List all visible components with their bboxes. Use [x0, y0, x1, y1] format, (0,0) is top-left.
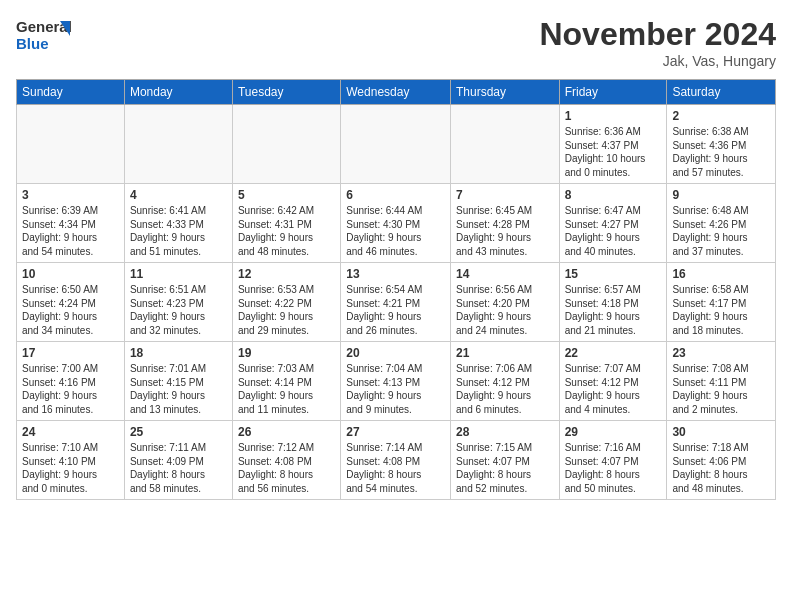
day-info: Sunrise: 6:48 AM Sunset: 4:26 PM Dayligh… [672, 204, 770, 258]
day-info: Sunrise: 7:03 AM Sunset: 4:14 PM Dayligh… [238, 362, 335, 416]
day-number: 20 [346, 346, 445, 360]
calendar-cell [124, 105, 232, 184]
col-header-sunday: Sunday [17, 80, 125, 105]
calendar-cell: 18Sunrise: 7:01 AM Sunset: 4:15 PM Dayli… [124, 342, 232, 421]
calendar-cell: 27Sunrise: 7:14 AM Sunset: 4:08 PM Dayli… [341, 421, 451, 500]
svg-text:General: General [16, 18, 72, 35]
day-info: Sunrise: 7:07 AM Sunset: 4:12 PM Dayligh… [565, 362, 662, 416]
calendar-table: SundayMondayTuesdayWednesdayThursdayFrid… [16, 79, 776, 500]
col-header-saturday: Saturday [667, 80, 776, 105]
calendar-cell: 6Sunrise: 6:44 AM Sunset: 4:30 PM Daylig… [341, 184, 451, 263]
calendar-cell: 11Sunrise: 6:51 AM Sunset: 4:23 PM Dayli… [124, 263, 232, 342]
day-number: 27 [346, 425, 445, 439]
calendar-cell: 13Sunrise: 6:54 AM Sunset: 4:21 PM Dayli… [341, 263, 451, 342]
day-number: 6 [346, 188, 445, 202]
title-block: November 2024 Jak, Vas, Hungary [539, 16, 776, 69]
col-header-thursday: Thursday [451, 80, 560, 105]
day-number: 19 [238, 346, 335, 360]
month-title: November 2024 [539, 16, 776, 53]
calendar-cell: 20Sunrise: 7:04 AM Sunset: 4:13 PM Dayli… [341, 342, 451, 421]
day-info: Sunrise: 6:42 AM Sunset: 4:31 PM Dayligh… [238, 204, 335, 258]
calendar-cell: 29Sunrise: 7:16 AM Sunset: 4:07 PM Dayli… [559, 421, 667, 500]
calendar-cell: 23Sunrise: 7:08 AM Sunset: 4:11 PM Dayli… [667, 342, 776, 421]
calendar-cell: 3Sunrise: 6:39 AM Sunset: 4:34 PM Daylig… [17, 184, 125, 263]
day-number: 3 [22, 188, 119, 202]
calendar-cell [451, 105, 560, 184]
svg-text:Blue: Blue [16, 35, 49, 52]
day-number: 4 [130, 188, 227, 202]
day-info: Sunrise: 7:10 AM Sunset: 4:10 PM Dayligh… [22, 441, 119, 495]
day-number: 11 [130, 267, 227, 281]
col-header-friday: Friday [559, 80, 667, 105]
week-row-4: 17Sunrise: 7:00 AM Sunset: 4:16 PM Dayli… [17, 342, 776, 421]
day-number: 16 [672, 267, 770, 281]
calendar-cell: 19Sunrise: 7:03 AM Sunset: 4:14 PM Dayli… [232, 342, 340, 421]
day-info: Sunrise: 6:41 AM Sunset: 4:33 PM Dayligh… [130, 204, 227, 258]
day-number: 26 [238, 425, 335, 439]
day-info: Sunrise: 7:14 AM Sunset: 4:08 PM Dayligh… [346, 441, 445, 495]
day-number: 28 [456, 425, 554, 439]
calendar-cell: 24Sunrise: 7:10 AM Sunset: 4:10 PM Dayli… [17, 421, 125, 500]
day-number: 21 [456, 346, 554, 360]
day-info: Sunrise: 6:50 AM Sunset: 4:24 PM Dayligh… [22, 283, 119, 337]
day-number: 23 [672, 346, 770, 360]
day-info: Sunrise: 7:01 AM Sunset: 4:15 PM Dayligh… [130, 362, 227, 416]
page: General Blue November 2024 Jak, Vas, Hun… [0, 0, 792, 508]
day-number: 2 [672, 109, 770, 123]
logo-icon: General Blue [16, 16, 76, 60]
calendar-cell: 17Sunrise: 7:00 AM Sunset: 4:16 PM Dayli… [17, 342, 125, 421]
calendar-cell: 25Sunrise: 7:11 AM Sunset: 4:09 PM Dayli… [124, 421, 232, 500]
day-info: Sunrise: 6:58 AM Sunset: 4:17 PM Dayligh… [672, 283, 770, 337]
day-number: 14 [456, 267, 554, 281]
calendar-cell: 22Sunrise: 7:07 AM Sunset: 4:12 PM Dayli… [559, 342, 667, 421]
day-info: Sunrise: 7:15 AM Sunset: 4:07 PM Dayligh… [456, 441, 554, 495]
calendar-cell: 12Sunrise: 6:53 AM Sunset: 4:22 PM Dayli… [232, 263, 340, 342]
day-number: 17 [22, 346, 119, 360]
day-info: Sunrise: 6:51 AM Sunset: 4:23 PM Dayligh… [130, 283, 227, 337]
day-info: Sunrise: 6:53 AM Sunset: 4:22 PM Dayligh… [238, 283, 335, 337]
day-number: 24 [22, 425, 119, 439]
calendar-cell: 26Sunrise: 7:12 AM Sunset: 4:08 PM Dayli… [232, 421, 340, 500]
day-info: Sunrise: 7:11 AM Sunset: 4:09 PM Dayligh… [130, 441, 227, 495]
day-number: 22 [565, 346, 662, 360]
day-info: Sunrise: 7:04 AM Sunset: 4:13 PM Dayligh… [346, 362, 445, 416]
day-info: Sunrise: 7:12 AM Sunset: 4:08 PM Dayligh… [238, 441, 335, 495]
col-header-monday: Monday [124, 80, 232, 105]
day-info: Sunrise: 7:00 AM Sunset: 4:16 PM Dayligh… [22, 362, 119, 416]
day-number: 10 [22, 267, 119, 281]
calendar-cell: 4Sunrise: 6:41 AM Sunset: 4:33 PM Daylig… [124, 184, 232, 263]
day-number: 1 [565, 109, 662, 123]
calendar-cell [17, 105, 125, 184]
calendar-cell: 9Sunrise: 6:48 AM Sunset: 4:26 PM Daylig… [667, 184, 776, 263]
calendar-cell: 16Sunrise: 6:58 AM Sunset: 4:17 PM Dayli… [667, 263, 776, 342]
day-info: Sunrise: 6:56 AM Sunset: 4:20 PM Dayligh… [456, 283, 554, 337]
header: General Blue November 2024 Jak, Vas, Hun… [16, 16, 776, 69]
day-number: 8 [565, 188, 662, 202]
day-number: 7 [456, 188, 554, 202]
day-number: 29 [565, 425, 662, 439]
day-number: 5 [238, 188, 335, 202]
calendar-cell: 28Sunrise: 7:15 AM Sunset: 4:07 PM Dayli… [451, 421, 560, 500]
calendar-cell: 10Sunrise: 6:50 AM Sunset: 4:24 PM Dayli… [17, 263, 125, 342]
day-number: 12 [238, 267, 335, 281]
day-info: Sunrise: 7:16 AM Sunset: 4:07 PM Dayligh… [565, 441, 662, 495]
day-info: Sunrise: 6:36 AM Sunset: 4:37 PM Dayligh… [565, 125, 662, 179]
week-row-1: 1Sunrise: 6:36 AM Sunset: 4:37 PM Daylig… [17, 105, 776, 184]
calendar-cell: 2Sunrise: 6:38 AM Sunset: 4:36 PM Daylig… [667, 105, 776, 184]
calendar-cell: 1Sunrise: 6:36 AM Sunset: 4:37 PM Daylig… [559, 105, 667, 184]
week-row-3: 10Sunrise: 6:50 AM Sunset: 4:24 PM Dayli… [17, 263, 776, 342]
calendar-cell [232, 105, 340, 184]
calendar-cell [341, 105, 451, 184]
day-info: Sunrise: 6:44 AM Sunset: 4:30 PM Dayligh… [346, 204, 445, 258]
calendar-cell: 14Sunrise: 6:56 AM Sunset: 4:20 PM Dayli… [451, 263, 560, 342]
calendar-cell: 8Sunrise: 6:47 AM Sunset: 4:27 PM Daylig… [559, 184, 667, 263]
calendar-cell: 5Sunrise: 6:42 AM Sunset: 4:31 PM Daylig… [232, 184, 340, 263]
col-header-wednesday: Wednesday [341, 80, 451, 105]
day-info: Sunrise: 6:57 AM Sunset: 4:18 PM Dayligh… [565, 283, 662, 337]
day-info: Sunrise: 6:45 AM Sunset: 4:28 PM Dayligh… [456, 204, 554, 258]
day-number: 30 [672, 425, 770, 439]
day-number: 18 [130, 346, 227, 360]
day-info: Sunrise: 6:39 AM Sunset: 4:34 PM Dayligh… [22, 204, 119, 258]
day-number: 15 [565, 267, 662, 281]
week-row-5: 24Sunrise: 7:10 AM Sunset: 4:10 PM Dayli… [17, 421, 776, 500]
